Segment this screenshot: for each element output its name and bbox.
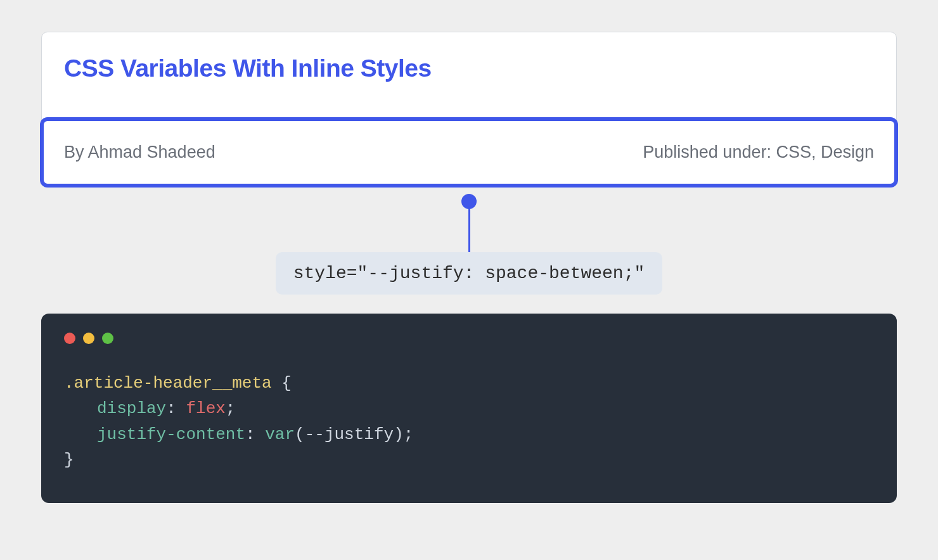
connector-dot-icon (461, 194, 477, 209)
connector: style="--justify: space-between;" (41, 194, 897, 295)
code-var-name: --justify (305, 425, 394, 444)
code-colon-1: : (166, 399, 186, 418)
code-line-4: } (64, 447, 874, 473)
code-paren-close: ) (394, 425, 404, 444)
code-window: .article-header__meta { display: flex; j… (41, 314, 897, 503)
code-line-1: .article-header__meta { (64, 371, 874, 396)
close-icon[interactable] (64, 333, 75, 344)
connector-line (468, 208, 470, 253)
code-line-2: display: flex; (64, 396, 874, 421)
code-func-var: var (265, 425, 295, 444)
author-text: By Ahmad Shadeed (64, 143, 215, 162)
article-meta-row: By Ahmad Shadeed Published under: CSS, D… (40, 117, 898, 188)
code-semi-1: ; (226, 399, 236, 418)
code-prop-display: display (97, 399, 166, 418)
code-close-brace: } (64, 450, 74, 469)
published-text: Published under: CSS, Design (643, 143, 874, 162)
code-semi-2: ; (404, 425, 414, 444)
code-colon-2: : (245, 425, 265, 444)
code-open-brace: { (272, 374, 292, 393)
code-prop-justify: justify-content (97, 425, 245, 444)
code-paren-open: ( (295, 425, 305, 444)
article-card: CSS Variables With Inline Styles By Ahma… (41, 32, 897, 186)
window-controls (64, 333, 874, 344)
code-line-3: justify-content: var(--justify); (64, 422, 874, 447)
minimize-icon[interactable] (83, 333, 94, 344)
code-val-flex: flex (186, 399, 225, 418)
inline-style-annotation: style="--justify: space-between;" (276, 252, 663, 295)
maximize-icon[interactable] (102, 333, 113, 344)
article-title: CSS Variables With Inline Styles (42, 54, 896, 82)
code-selector: .article-header__meta (64, 374, 272, 393)
